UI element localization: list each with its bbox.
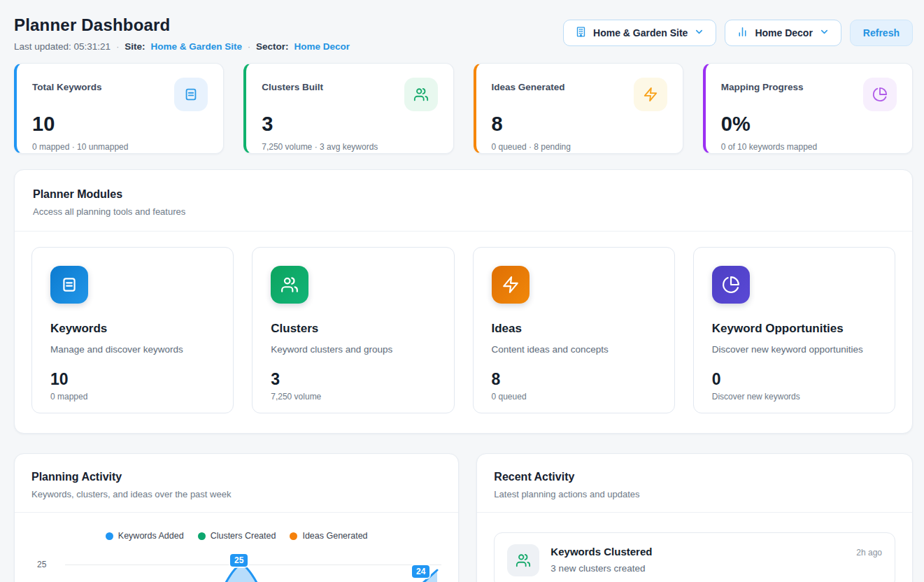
last-updated: Last updated: 05:31:21 xyxy=(14,41,111,52)
stat-sub: 7,250 volume · 3 avg keywords xyxy=(262,142,437,152)
sector-dropdown-label: Home Decor xyxy=(755,27,812,38)
module-card-ideas[interactable]: Ideas Content ideas and concepts 8 0 que… xyxy=(473,247,675,413)
stat-value: 3 xyxy=(262,113,437,136)
module-card-keyword-opportunities[interactable]: Keyword Opportunities Discover new keywo… xyxy=(693,247,895,413)
chevron-down-icon xyxy=(819,27,830,39)
legend-dot-icon xyxy=(290,532,297,540)
users-icon xyxy=(507,544,539,576)
chart-legend: Keywords Added Clusters Created Ideas Ge… xyxy=(31,531,441,541)
module-value: 3 xyxy=(271,370,435,389)
sector-dropdown[interactable]: Home Decor xyxy=(725,20,841,46)
planning-activity-title: Planning Activity xyxy=(31,471,441,483)
stat-card-total-keywords: Total Keywords 10 0 mapped · 10 unmapped xyxy=(14,63,224,154)
module-sub: 7,250 volume xyxy=(271,392,435,402)
legend-item-ideas-generated: Ideas Generated xyxy=(290,531,367,541)
pie-chart-icon xyxy=(863,78,897,111)
legend-dot-icon xyxy=(106,532,113,540)
stat-label: Total Keywords xyxy=(32,78,102,92)
stat-sub: 0 of 10 keywords mapped xyxy=(721,142,897,152)
document-icon xyxy=(50,266,88,304)
sector-label: Sector: xyxy=(256,41,289,52)
meta-line: Last updated: 05:31:21 · Site: Home & Ga… xyxy=(14,41,350,52)
planning-activity-subtitle: Keywords, clusters, and ideas over the p… xyxy=(31,489,441,499)
recent-activity-title: Recent Activity xyxy=(494,471,895,483)
stat-value: 8 xyxy=(492,113,667,136)
users-icon xyxy=(271,266,308,304)
stat-label: Clusters Built xyxy=(262,78,323,92)
stat-sub: 0 queued · 8 pending xyxy=(492,142,667,152)
planner-dashboard-page: Planner Dashboard Last updated: 05:31:21… xyxy=(0,0,924,582)
module-title: Keyword Opportunities xyxy=(712,322,876,336)
modules-grid: Keywords Manage and discover keywords 10… xyxy=(15,232,912,413)
module-title: Ideas xyxy=(492,322,656,336)
module-sub: 0 mapped xyxy=(50,392,215,402)
module-value: 8 xyxy=(492,370,656,389)
module-description: Discover new keyword opportunities xyxy=(712,344,876,355)
refresh-button[interactable]: Refresh xyxy=(850,20,913,46)
users-icon xyxy=(404,78,438,111)
module-description: Keyword clusters and groups xyxy=(271,344,435,355)
activity-description: 3 new clusters created xyxy=(550,563,882,574)
document-icon xyxy=(174,78,208,111)
meta-separator: · xyxy=(116,42,119,52)
activity-title: Keywords Clustered xyxy=(550,546,652,558)
recent-activity-subtitle: Latest planning actions and updates xyxy=(494,489,895,499)
stat-card-mapping-progress: Mapping Progress 0% 0 of 10 keywords map… xyxy=(703,63,913,154)
data-point-label: 24 xyxy=(412,565,429,578)
page-title: Planner Dashboard xyxy=(14,15,350,35)
site-dropdown-label: Home & Garden Site xyxy=(593,27,688,38)
module-sub: Discover new keywords xyxy=(712,392,876,402)
pie-chart-icon xyxy=(712,266,750,304)
activity-item-keywords-clustered[interactable]: Keywords Clustered 2h ago 3 new clusters… xyxy=(494,532,895,582)
legend-label: Keywords Added xyxy=(118,531,184,541)
site-link[interactable]: Home & Garden Site xyxy=(150,41,242,52)
module-card-clusters[interactable]: Clusters Keyword clusters and groups 3 7… xyxy=(252,247,454,413)
planner-modules-section: Planner Modules Access all planning tool… xyxy=(14,169,913,434)
area-chart-plot: 25 25 24 xyxy=(31,551,441,582)
legend-item-keywords-added: Keywords Added xyxy=(106,531,184,541)
module-card-keywords[interactable]: Keywords Manage and discover keywords 10… xyxy=(31,247,234,413)
lightning-icon xyxy=(634,78,667,111)
stats-row: Total Keywords 10 0 mapped · 10 unmapped… xyxy=(14,63,913,154)
module-description: Content ideas and concepts xyxy=(492,344,656,355)
topbar: Planner Dashboard Last updated: 05:31:21… xyxy=(14,15,913,52)
header-controls: Home & Garden Site Home Decor Refresh xyxy=(563,20,913,46)
data-point-label: 25 xyxy=(230,554,248,567)
module-description: Manage and discover keywords xyxy=(50,344,215,355)
sector-link[interactable]: Home Decor xyxy=(294,41,350,52)
stat-sub: 0 mapped · 10 unmapped xyxy=(32,142,208,152)
legend-label: Clusters Created xyxy=(211,531,276,541)
modules-subtitle: Access all planning tools and features xyxy=(33,206,894,217)
stat-value: 0% xyxy=(721,113,897,136)
activity-time: 2h ago xyxy=(856,548,882,558)
stat-card-clusters-built: Clusters Built 3 7,250 volume · 3 avg ke… xyxy=(243,63,453,154)
bottom-row: Planning Activity Keywords, clusters, an… xyxy=(14,453,913,582)
planning-activity-panel: Planning Activity Keywords, clusters, an… xyxy=(14,453,459,582)
stat-value: 10 xyxy=(32,113,208,136)
legend-item-clusters-created: Clusters Created xyxy=(198,531,276,541)
module-title: Keywords xyxy=(50,322,215,336)
building-icon xyxy=(575,26,587,40)
modules-title: Planner Modules xyxy=(33,188,894,201)
site-label: Site: xyxy=(125,41,145,52)
module-value: 0 xyxy=(712,370,876,389)
activity-chart: Keywords Added Clusters Created Ideas Ge… xyxy=(15,513,458,582)
site-dropdown[interactable]: Home & Garden Site xyxy=(563,20,716,46)
module-sub: 0 queued xyxy=(492,392,656,402)
module-value: 10 xyxy=(50,370,215,389)
bar-chart-icon xyxy=(737,26,748,40)
module-title: Clusters xyxy=(271,322,435,336)
recent-activity-panel: Recent Activity Latest planning actions … xyxy=(476,453,913,582)
chevron-down-icon xyxy=(694,27,704,39)
title-block: Planner Dashboard Last updated: 05:31:21… xyxy=(14,15,350,52)
stat-card-ideas-generated: Ideas Generated 8 0 queued · 8 pending xyxy=(474,63,683,154)
stat-label: Ideas Generated xyxy=(492,78,565,92)
lightning-icon xyxy=(492,266,529,304)
legend-dot-icon xyxy=(198,532,206,540)
legend-label: Ideas Generated xyxy=(302,531,367,541)
stat-label: Mapping Progress xyxy=(721,78,804,92)
meta-separator: · xyxy=(248,42,250,52)
activity-list: Keywords Clustered 2h ago 3 new clusters… xyxy=(477,513,912,582)
